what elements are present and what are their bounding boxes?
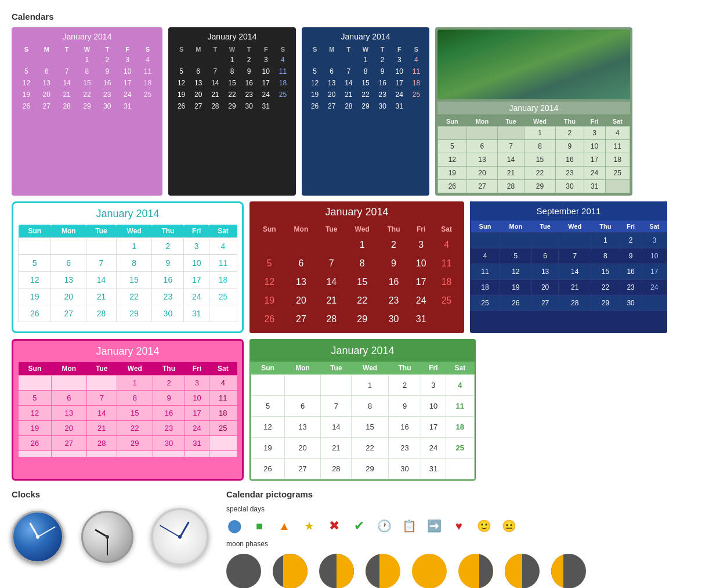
table-row [86,376,117,391]
table-row [86,238,117,255]
table-row: 26 [19,305,51,322]
col-header: Wed [559,221,591,233]
table-row: 3 [421,375,446,396]
moon-new-circle [226,554,261,588]
table-row: 20 [51,421,86,436]
col-header: S [173,45,190,54]
table-row: 4 [274,54,291,66]
table-row: 19 [16,89,37,100]
picto-circle-blue: ⬤ [226,518,243,534]
table-row: 13 [466,153,497,167]
table-row: 11 [605,140,630,153]
table-row: 13 [190,77,207,89]
table-row: 16 [153,406,185,421]
table-row: 31 [408,310,433,329]
col-header: Fri [620,221,642,233]
clock-center [106,535,109,539]
table-row: 7 [207,66,223,77]
table-row [209,305,237,322]
table-row: 9 [153,391,185,406]
col-header: Thu [388,362,421,375]
table-row: 8 [77,66,97,77]
table-row: 17 [421,417,446,438]
clocks-title: Clocks [12,489,209,499]
moon-full: full [412,554,447,588]
table-row: 20 [466,167,497,180]
table-row: 22 [357,89,374,100]
col-header: Fri [421,362,446,375]
calendar-pink: January 2014 Sun Mon Tue Wed Thu Fri Sat… [12,339,244,481]
table-row: 26 [16,100,37,112]
table-row: 9 [241,66,258,77]
table-row: 18 [408,77,425,89]
col-header: Wed [524,117,555,127]
table-row: 1 [591,233,620,248]
table-row: 25 [274,89,291,100]
table-row [251,375,285,396]
col-header: Mon [466,117,497,127]
calendar-photo: January 2014 Sun Mon Tue Wed Thu Fri Sat… [435,27,632,196]
table-row: 22 [117,421,153,436]
table-row: 30 [153,436,185,451]
table-row [254,236,285,254]
col-header: Sun [438,117,467,127]
table-row: 26 [19,436,52,451]
table-row: 27 [466,180,497,193]
table-row: 6 [51,255,86,272]
table-row: 29 [524,180,555,193]
col-header: Tue [86,362,117,376]
table-row: 22 [345,291,378,310]
col-header: Fri [584,117,605,127]
table-row: 25 [433,291,460,310]
moon-phases-row: new waxing crescent 1st quarter waxing g… [226,554,697,588]
col-header: Mon [284,362,320,375]
table-row: 15 [117,406,153,421]
col-header: Thu [556,117,584,127]
table-row: 23 [379,291,408,310]
calendar-black: January 2014 S M T W T F S 1 2 3 4 5 [168,27,296,196]
table-row: 23 [152,288,184,305]
table-row: 25 [408,89,425,100]
table-row [51,376,86,391]
table-row: 5 [500,248,531,264]
table-row: 16 [241,77,258,89]
table-row: 28 [207,100,223,112]
picto-x-red: ✖ [326,518,342,534]
table-row: 8 [117,391,153,406]
table-row: 23 [388,438,421,459]
table-row: 19 [19,421,52,436]
table-row: 15 [524,153,555,167]
table-row: 27 [284,459,320,479]
table-row: 15 [591,264,620,280]
col-header: Fri [185,362,209,376]
table-row: 21 [321,438,352,459]
table-row: 7 [86,255,117,272]
col-header: M [323,45,340,54]
moon-waning-crescent-circle [551,554,586,588]
table-row: 13 [531,264,559,280]
table-row [19,376,52,391]
table-row: 21 [57,89,77,100]
table-row: 24 [391,89,408,100]
table-row: 30 [97,100,117,112]
table-row: 18 [471,280,500,295]
table-row: 21 [317,291,345,310]
table-row: 12 [500,264,531,280]
table-row: 31 [584,180,605,193]
table-row [446,459,474,479]
cal5-title: January 2014 [18,208,237,220]
col-header: Fri [184,225,209,238]
table-row [284,375,320,396]
table-row: 1 [524,127,555,140]
col-header: M [190,45,207,54]
table-row: 13 [285,273,318,291]
table-row: 10 [584,140,605,153]
photo-bg [437,30,630,99]
clock-minute-hand [38,526,56,538]
table-row: 11 [408,66,425,77]
table-row: 24 [584,167,605,180]
table-row [471,233,500,248]
table-row: 3 [185,376,209,391]
col-header: T [57,45,77,54]
table-row: 11 [471,264,500,280]
